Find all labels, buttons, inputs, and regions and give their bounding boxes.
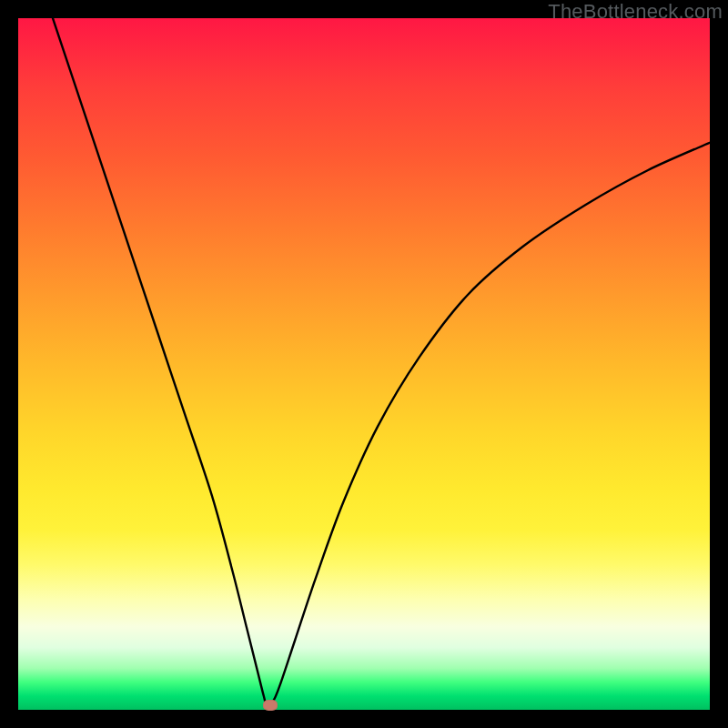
- plot-area: [18, 18, 710, 710]
- optimum-marker: [263, 700, 278, 711]
- watermark-text: TheBottleneck.com: [548, 0, 723, 24]
